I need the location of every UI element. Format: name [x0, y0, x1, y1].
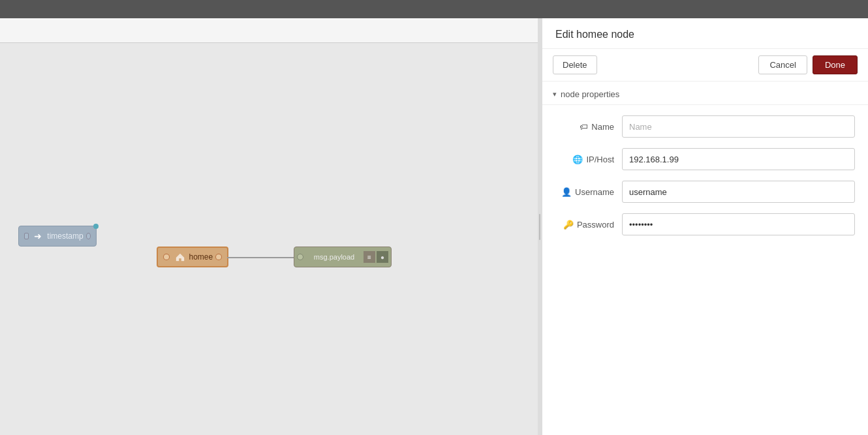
port-right-homee[interactable]: [215, 254, 222, 260]
canvas-area[interactable]: ➜ timestamp homee msg.payload ≡ ●: [0, 18, 538, 435]
username-label: 👤 Username: [555, 187, 614, 197]
iphost-input[interactable]: [622, 148, 855, 170]
properties-form: 🏷 Name 🌐 IP/Host 👤 Username: [542, 105, 868, 246]
done-button[interactable]: Done: [813, 55, 858, 74]
connection-line-homee-payload: [227, 257, 295, 258]
form-row-password: 🔑 Password: [555, 213, 855, 235]
password-label: 🔑 Password: [555, 220, 614, 230]
cancel-button[interactable]: Cancel: [758, 55, 807, 74]
panel-title: Edit homee node: [542, 18, 868, 49]
right-panel: Edit homee node Delete Cancel Done ▾ nod…: [542, 18, 868, 435]
homee-label: homee: [189, 252, 213, 262]
payload-dot-button[interactable]: ●: [377, 251, 388, 263]
form-row-iphost: 🌐 IP/Host: [555, 148, 855, 170]
timestamp-indicator: [93, 224, 99, 229]
port-left-timestamp[interactable]: [24, 233, 29, 239]
name-label: 🏷 Name: [555, 122, 614, 132]
payload-list-button[interactable]: ≡: [364, 251, 375, 263]
node-timestamp[interactable]: ➜ timestamp: [18, 226, 97, 247]
payload-label: msg.payload: [306, 253, 362, 261]
timestamp-label: timestamp: [47, 232, 83, 241]
homee-icon: [174, 252, 187, 262]
node-payload[interactable]: msg.payload ≡ ●: [294, 247, 392, 267]
delete-button[interactable]: Delete: [553, 55, 597, 74]
name-input[interactable]: [622, 115, 855, 138]
username-input[interactable]: [622, 181, 855, 203]
user-icon: 👤: [561, 187, 572, 197]
key-icon: 🔑: [563, 220, 574, 230]
section-header: ▾ node properties: [542, 82, 868, 105]
globe-icon: 🌐: [572, 155, 583, 164]
chevron-icon: ▾: [553, 90, 557, 98]
node-homee[interactable]: homee: [157, 247, 228, 267]
iphost-label: 🌐 IP/Host: [555, 155, 614, 164]
panel-toolbar: Delete Cancel Done: [542, 49, 868, 82]
canvas-header: [0, 18, 538, 43]
form-row-username: 👤 Username: [555, 181, 855, 203]
section-label: node properties: [561, 89, 619, 99]
panel-divider[interactable]: [538, 18, 542, 435]
port-right-timestamp[interactable]: [86, 233, 91, 239]
port-left-payload[interactable]: [297, 254, 303, 260]
tag-icon: 🏷: [580, 122, 588, 132]
port-left-homee[interactable]: [163, 254, 170, 260]
main-area: ➜ timestamp homee msg.payload ≡ ●: [0, 18, 868, 435]
topbar: [0, 0, 868, 18]
password-input[interactable]: [622, 213, 855, 235]
form-row-name: 🏷 Name: [555, 115, 855, 138]
